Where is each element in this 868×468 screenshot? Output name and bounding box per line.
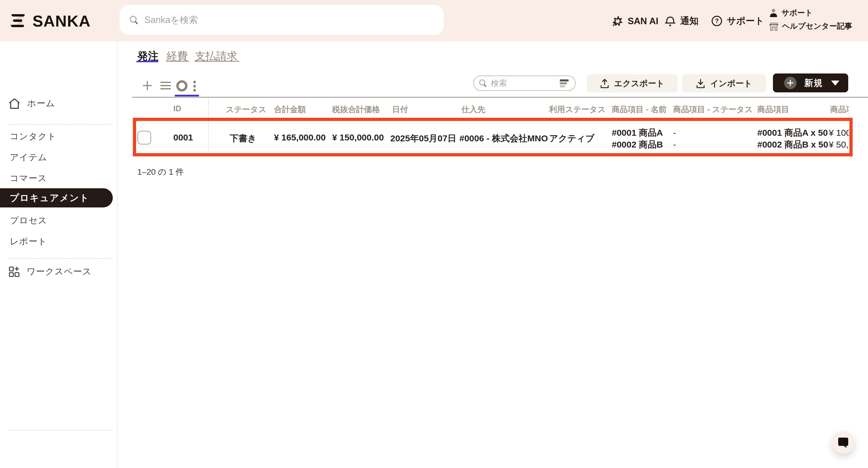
cell-total: ¥ 165,000.00 bbox=[274, 133, 326, 142]
cell-supplier: #0006 - 株式会社MNO bbox=[459, 133, 548, 144]
search-icon bbox=[478, 79, 488, 88]
caret-down-icon[interactable] bbox=[831, 80, 839, 86]
tab-payment-requests-underline bbox=[194, 61, 239, 62]
table-search-placeholder: 検索 bbox=[491, 78, 556, 89]
sidebar-item-items[interactable]: アイテム bbox=[10, 152, 47, 164]
profile-menu[interactable]: サポート ヘルプセンター記事 bbox=[769, 8, 852, 31]
sidebar-item-workspace[interactable]: ワークスペース bbox=[8, 266, 92, 278]
notifications-label: 通知 bbox=[680, 15, 699, 27]
table-search-input[interactable]: 検索 bbox=[473, 75, 576, 91]
pagination-status: 1–20 の 1 件 bbox=[137, 166, 184, 178]
sidebar-item-reports[interactable]: レポート bbox=[10, 235, 47, 247]
app-screen: SANKA Sankaを検索 SAN AI bbox=[0, 0, 868, 468]
upload-icon bbox=[600, 78, 609, 89]
active-view-underline bbox=[175, 95, 199, 97]
item-price-2: ¥ 50,0 bbox=[829, 139, 849, 151]
cell-item-names: #0001 商品A #0002 商品B bbox=[612, 127, 663, 151]
user-icon bbox=[769, 8, 778, 18]
storefront-icon bbox=[769, 21, 779, 31]
sidebar-item-process[interactable]: プロセス bbox=[10, 214, 47, 227]
sidebar-item-procurement[interactable]: プロキュアメント bbox=[0, 188, 113, 207]
col-header-item[interactable]: 商品項目 bbox=[757, 104, 789, 115]
topbar: SANKA Sankaを検索 SAN AI bbox=[0, 0, 868, 41]
help-center-label: ヘルプセンター記事 bbox=[782, 21, 852, 31]
sidebar-item-contacts[interactable]: コンタクト bbox=[10, 130, 57, 142]
plus-circle-icon bbox=[784, 77, 797, 89]
support-label: サポート bbox=[727, 15, 764, 27]
download-icon bbox=[696, 78, 705, 89]
gallery-view-icon[interactable] bbox=[176, 80, 188, 92]
question-circle-icon: ? bbox=[711, 15, 723, 27]
cell-date: 2025年05月07日 bbox=[390, 133, 456, 144]
add-view-button[interactable] bbox=[142, 80, 152, 91]
col-header-status[interactable]: ステータス bbox=[226, 104, 267, 115]
orders-table: ID ステータス 合計金額 税抜合計価格 日付 仕入先 利用ステータス 商品項目… bbox=[132, 98, 849, 157]
col-header-usage-status[interactable]: 利用ステータス bbox=[549, 104, 606, 115]
home-icon bbox=[8, 98, 21, 109]
sidebar-item-procurement-label: プロキュアメント bbox=[10, 192, 89, 204]
frozen-column-divider bbox=[208, 98, 209, 157]
logo-mark-icon bbox=[11, 13, 27, 28]
support-button[interactable]: ? サポート bbox=[711, 15, 764, 27]
cell-id[interactable]: 0001 bbox=[173, 133, 193, 142]
bell-icon bbox=[664, 15, 676, 27]
new-button[interactable]: 新規 bbox=[773, 73, 848, 92]
view-options-kebab-icon[interactable] bbox=[193, 80, 196, 92]
col-header-supplier[interactable]: 仕入先 bbox=[461, 104, 485, 115]
notifications-button[interactable]: 通知 bbox=[664, 15, 699, 27]
global-search-input[interactable]: Sankaを検索 bbox=[120, 5, 444, 35]
sidebar-divider bbox=[8, 124, 113, 125]
col-header-item-status[interactable]: 商品項目 - ステータス bbox=[673, 104, 753, 115]
cell-item-statuses: - - bbox=[673, 127, 676, 151]
item-status-2: - bbox=[673, 139, 676, 151]
global-search-placeholder: Sankaを検索 bbox=[144, 14, 198, 26]
sidebar-item-commerce[interactable]: コマース bbox=[10, 172, 47, 185]
sidebar-item-workspace-label: ワークスペース bbox=[27, 266, 92, 278]
import-label: インポート bbox=[710, 78, 752, 89]
col-header-total[interactable]: 合計金額 bbox=[274, 104, 306, 115]
export-label: エクスポート bbox=[614, 78, 664, 89]
item-name-1: #0001 商品A bbox=[612, 127, 663, 139]
tab-orders-underline bbox=[136, 61, 158, 62]
search-icon bbox=[129, 15, 139, 25]
cell-item-prices: ¥ 100 ¥ 50,0 bbox=[829, 127, 849, 151]
cell-items: #0001 商品A x 50 #0002 商品B x 50 bbox=[757, 127, 828, 151]
sidebar-item-home-label: ホーム bbox=[27, 97, 55, 109]
export-button[interactable]: エクスポート bbox=[587, 74, 678, 92]
item-name-2: #0002 商品B bbox=[612, 139, 663, 151]
item-qty-1: #0001 商品A x 50 bbox=[757, 127, 828, 139]
col-header-id[interactable]: ID bbox=[173, 104, 181, 113]
import-button[interactable]: インポート bbox=[682, 74, 766, 92]
profile-support-label: サポート bbox=[781, 8, 813, 18]
svg-text:?: ? bbox=[715, 17, 719, 25]
chat-widget-button[interactable] bbox=[832, 431, 855, 454]
item-qty-2: #0002 商品B x 50 bbox=[757, 139, 828, 151]
cell-usage-status: アクティブ bbox=[549, 133, 595, 144]
san-ai-label: SAN AI bbox=[628, 16, 658, 27]
profile-support-item[interactable]: サポート bbox=[769, 8, 852, 18]
cell-status: 下書き bbox=[230, 133, 256, 144]
help-center-item[interactable]: ヘルプセンター記事 bbox=[769, 21, 852, 31]
sparkle-icon bbox=[612, 15, 624, 27]
list-view-icon[interactable] bbox=[160, 80, 171, 91]
col-header-date[interactable]: 日付 bbox=[392, 104, 408, 115]
item-status-1: - bbox=[673, 127, 676, 139]
logo[interactable]: SANKA bbox=[11, 12, 91, 30]
sidebar-item-home[interactable]: ホーム bbox=[8, 97, 55, 109]
new-label: 新規 bbox=[804, 77, 823, 89]
logo-text: SANKA bbox=[32, 12, 91, 30]
col-header-item-name[interactable]: 商品項目 - 名前 bbox=[612, 104, 666, 115]
workspace-icon bbox=[8, 266, 20, 278]
tab-expenses-underline bbox=[166, 61, 189, 62]
chat-bubble-icon bbox=[837, 437, 849, 448]
col-header-item-clipped[interactable]: 商品項目 bbox=[830, 104, 849, 115]
sidebar-divider bbox=[8, 430, 113, 431]
col-header-subtotal[interactable]: 税抜合計価格 bbox=[332, 104, 380, 115]
cell-subtotal: ¥ 150,000.00 bbox=[332, 133, 384, 142]
san-ai-button[interactable]: SAN AI bbox=[612, 15, 658, 27]
filter-icon[interactable] bbox=[560, 78, 570, 88]
sidebar: ホーム コンタクト アイテム コマース プロキュアメント プロセス レポート ワ… bbox=[0, 41, 118, 468]
row-checkbox[interactable] bbox=[137, 131, 151, 144]
item-price-1: ¥ 100 bbox=[829, 127, 849, 139]
sidebar-divider bbox=[8, 258, 113, 259]
